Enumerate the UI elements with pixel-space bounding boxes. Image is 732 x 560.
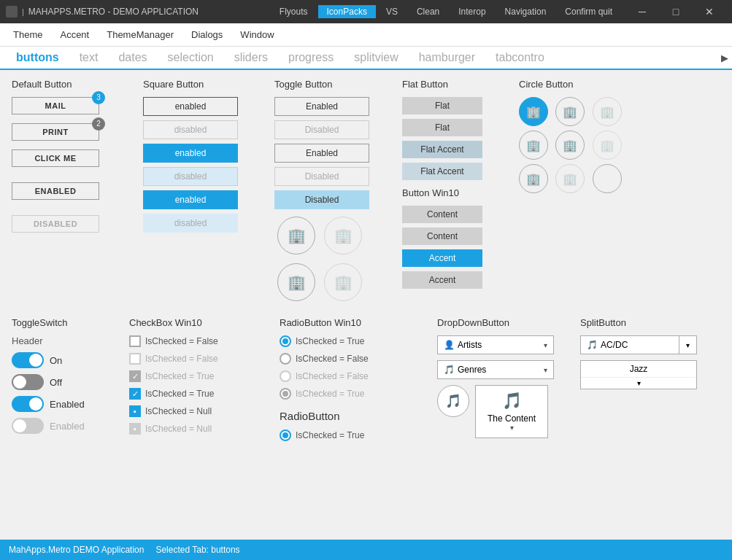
menu-accent[interactable]: Accent <box>53 26 96 43</box>
tab-text[interactable]: text <box>69 47 109 69</box>
cb-label-6: IsChecked = Null <box>145 424 212 434</box>
cb-3[interactable]: ✓ <box>129 370 141 382</box>
rb-1[interactable] <box>280 335 291 347</box>
split-button[interactable]: 🎵 AC/DC ▾ <box>580 335 697 354</box>
rb-label-4: IsChecked = True <box>296 389 364 399</box>
toggle-button-header: Toggle Button <box>274 79 388 90</box>
split-btn-item-jazz[interactable]: Jazz <box>581 361 696 377</box>
app-logo-text: | <box>22 7 24 16</box>
cb-label-3: IsChecked = True <box>145 371 214 381</box>
win10-content-btn-2[interactable]: Content <box>402 228 482 245</box>
cb-4[interactable]: ✓ <box>129 388 141 400</box>
flat-button-section: Flat Button Flat Flat Flat Accent Flat A… <box>402 79 504 293</box>
tgl-disabled-1: Disabled <box>274 120 369 139</box>
toggle-enabled-row: Enabled <box>12 396 117 412</box>
circle-btn-4[interactable]: 🏢 <box>519 131 548 160</box>
tgl-disabled-accent[interactable]: Disabled <box>274 190 369 209</box>
menu-theme[interactable]: Theme <box>6 26 50 43</box>
sq-enabled-2[interactable]: enabled <box>143 190 238 209</box>
content-chevron[interactable]: ▾ <box>510 424 514 432</box>
rb-2[interactable] <box>280 353 291 365</box>
menu-window[interactable]: Window <box>233 26 281 43</box>
flat-btn-2[interactable]: Flat <box>402 119 482 136</box>
tab-selection[interactable]: selection <box>158 47 224 69</box>
nav-navigation[interactable]: Navigation <box>496 5 555 18</box>
toggle-disabled-row: Enabled <box>12 418 117 434</box>
menu-thememanager[interactable]: ThemeManager <box>99 26 181 43</box>
split-btn-dropdown-arrow[interactable]: ▾ <box>679 336 696 354</box>
toggle-enabled[interactable] <box>12 396 44 412</box>
nav-vs[interactable]: VS <box>377 5 407 18</box>
title-bar-nav: Flyouts IconPacks VS Clean Interop Navig… <box>271 5 621 18</box>
rb2-row-1: IsChecked = True <box>280 429 425 441</box>
circle-btn-2[interactable]: 🏢 <box>555 97 585 126</box>
sq-enabled-accent[interactable]: enabled <box>143 144 238 163</box>
music-circle-button[interactable]: 🎵 <box>437 385 469 417</box>
win10-accent-btn-1[interactable]: Accent <box>402 249 482 267</box>
menu-dialogs[interactable]: Dialogs <box>184 26 230 43</box>
nav-interop[interactable]: Interop <box>450 5 494 18</box>
toggle-on[interactable] <box>12 352 44 368</box>
tgl-enabled-1[interactable]: Enabled <box>274 97 369 116</box>
toggle-icon-row-1: 🏢 🏢 <box>274 214 388 257</box>
circle-btn-5[interactable]: 🏢 <box>555 131 585 160</box>
cb-5[interactable]: ▪ <box>129 405 141 417</box>
artists-dropdown[interactable]: 👤 Artists ▾ <box>437 335 554 354</box>
mail-badge: 3 <box>92 91 105 104</box>
tab-dates[interactable]: dates <box>108 47 157 69</box>
win10-button-header: Button Win10 <box>402 187 504 198</box>
rb2-1[interactable] <box>280 429 291 441</box>
rb-3[interactable] <box>280 370 291 382</box>
circle-btn-7[interactable]: 🏢 <box>519 164 548 193</box>
circle-btn-1[interactable]: 🏢 <box>519 97 548 126</box>
tab-buttons[interactable]: buttons <box>6 47 69 70</box>
genres-dropdown[interactable]: 🎵 Genres ▾ <box>437 360 554 379</box>
tab-sliders[interactable]: sliders <box>224 47 278 69</box>
rb-label-3: IsChecked = False <box>296 371 369 381</box>
rb-label-1: IsChecked = True <box>296 336 364 346</box>
toggle-on-label: On <box>50 355 62 366</box>
rb-4[interactable] <box>280 388 291 400</box>
flat-accent-btn-1[interactable]: Flat Accent <box>402 141 482 158</box>
building-icon-btn-3[interactable]: 🏢 <box>277 263 315 301</box>
rb2-label-1: IsChecked = True <box>296 430 364 440</box>
split-btn-item-arrow[interactable]: ▾ <box>581 377 696 389</box>
disabled-button: DISABLED <box>12 215 99 233</box>
cb-row-6: ▪ IsChecked = Null <box>129 423 268 435</box>
win10-content-btn-1[interactable]: Content <box>402 206 482 223</box>
split-btn-main[interactable]: 🎵 AC/DC <box>581 336 679 354</box>
cb-2[interactable] <box>129 353 141 365</box>
cb-label-1: IsChecked = False <box>145 336 218 346</box>
flat-btn-1[interactable]: Flat <box>402 97 482 114</box>
maximize-button[interactable]: □ <box>659 0 693 23</box>
building-icon-btn-1[interactable]: 🏢 <box>277 217 315 254</box>
tab-splitview[interactable]: splitview <box>344 47 408 69</box>
cb-1[interactable] <box>129 335 141 347</box>
circle-btn-3[interactable]: 🏢 <box>593 97 622 126</box>
click-me-button[interactable]: CLICK ME <box>12 149 99 167</box>
toggle-disabled-label: Enabled <box>50 421 85 432</box>
win10-accent-btn-2[interactable]: Accent <box>402 271 482 289</box>
square-button-header: Square Button <box>143 79 260 90</box>
tab-scroll-right[interactable]: ▶ <box>717 47 732 69</box>
flat-button-header: Flat Button <box>402 79 504 90</box>
content-icon: 🎵 <box>502 392 522 411</box>
tab-progress[interactable]: progress <box>278 47 344 69</box>
tab-hamburger[interactable]: hamburger <box>409 47 485 69</box>
tab-tabcontrol[interactable]: tabcontro <box>485 47 555 69</box>
sq-enabled-1[interactable]: enabled <box>143 97 238 116</box>
toggle-off[interactable] <box>12 374 44 390</box>
minimize-button[interactable]: ─ <box>625 0 659 23</box>
nav-clean[interactable]: Clean <box>408 5 448 18</box>
mail-button[interactable]: MAIL <box>12 97 99 114</box>
flat-accent-btn-2[interactable]: Flat Accent <box>402 163 482 180</box>
nav-iconpacks[interactable]: IconPacks <box>318 5 376 18</box>
enabled-button[interactable]: ENABLED <box>12 182 99 200</box>
print-badge: 2 <box>92 117 105 131</box>
close-button[interactable]: ✕ <box>693 0 726 23</box>
tgl-enabled-2[interactable]: Enabled <box>274 144 369 163</box>
nav-flyouts[interactable]: Flyouts <box>271 5 317 18</box>
cb-6[interactable]: ▪ <box>129 423 141 435</box>
print-button[interactable]: PRINT <box>12 123 99 141</box>
nav-confirm-quit[interactable]: Confirm quit <box>556 5 621 18</box>
